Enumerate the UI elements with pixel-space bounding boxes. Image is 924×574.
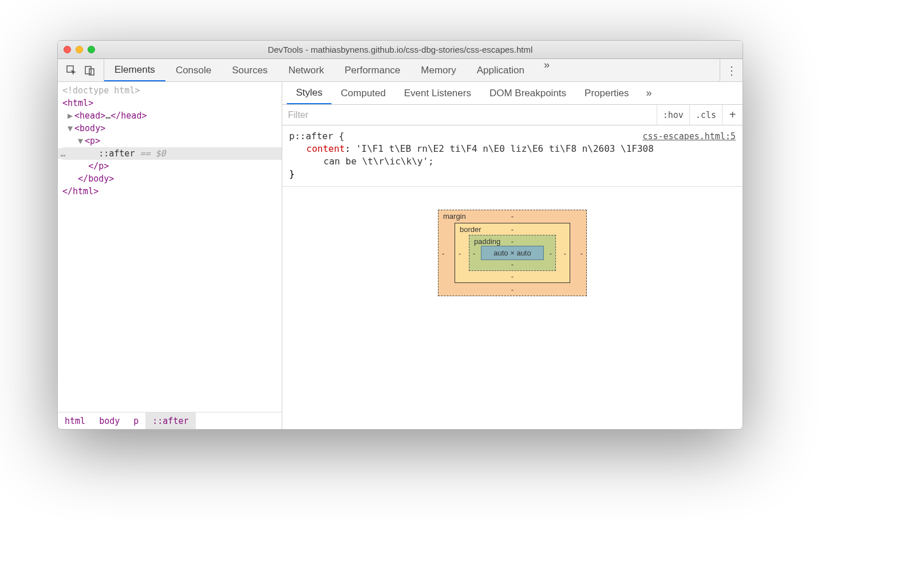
padding-top-value: - <box>511 237 514 246</box>
styles-sub-tabs: Styles Computed Event Listeners DOM Brea… <box>282 82 743 105</box>
minimize-window-button[interactable] <box>76 46 83 53</box>
close-window-button[interactable] <box>64 46 71 53</box>
inspect-element-icon[interactable] <box>66 65 77 76</box>
crumb-html[interactable]: html <box>58 412 92 429</box>
crumb-after[interactable]: ::after <box>145 412 195 429</box>
cls-toggle[interactable]: .cls <box>689 105 722 125</box>
dom-tree[interactable]: <!doctype html> <html> ▶<head>…</head> ▼… <box>58 82 282 412</box>
padding-right-value: - <box>550 249 552 257</box>
plus-icon: + <box>729 108 736 121</box>
rule-close-brace: } <box>289 168 295 179</box>
margin-bottom-value: - <box>511 285 514 294</box>
dom-p-close[interactable]: </p> <box>62 160 282 172</box>
stab-event-listeners[interactable]: Event Listeners <box>395 82 480 104</box>
zoom-window-button[interactable] <box>88 46 95 53</box>
css-rule[interactable]: css-escapes.html:5 p::after { content: '… <box>282 125 743 187</box>
dom-after-selected[interactable]: ::after == $0 <box>62 147 282 160</box>
crumb-p[interactable]: p <box>127 412 145 429</box>
padding-label: padding <box>474 237 500 246</box>
stab-dom-breakpoints[interactable]: DOM Breakpoints <box>480 82 575 104</box>
main-tab-strip: Elements Console Sources Network Perform… <box>58 59 743 82</box>
dom-html-close[interactable]: </html> <box>62 185 282 198</box>
styles-pane: Styles Computed Event Listeners DOM Brea… <box>282 82 743 429</box>
styles-filter-input[interactable] <box>282 105 657 125</box>
tab-sources[interactable]: Sources <box>222 59 278 81</box>
tabs-overflow-icon[interactable]: » <box>535 59 559 81</box>
tab-application[interactable]: Application <box>467 59 535 81</box>
tab-elements[interactable]: Elements <box>104 59 165 81</box>
dom-p-open[interactable]: ▼<p> <box>62 135 282 147</box>
window-title: DevTools - mathiasbynens.github.io/css-d… <box>58 45 743 54</box>
prop-value-line1[interactable]: 'I\F1 t\EB rn\E2 ti\F4 n\E0 liz\E6 ti\F8… <box>356 143 654 154</box>
stab-styles[interactable]: Styles <box>287 82 331 104</box>
box-model-border[interactable]: border - - - - padding - - - - auto × au… <box>455 223 570 283</box>
tab-performance[interactable]: Performance <box>334 59 410 81</box>
padding-bottom-value: - <box>511 260 514 269</box>
svg-rect-1 <box>85 66 91 74</box>
border-bottom-value: - <box>511 272 514 281</box>
new-style-rule-button[interactable]: + <box>722 105 743 125</box>
hov-toggle[interactable]: :hov <box>657 105 689 125</box>
filter-row: :hov .cls + <box>282 105 743 125</box>
tab-memory[interactable]: Memory <box>410 59 466 81</box>
rule-source-link[interactable]: css-escapes.html:5 <box>642 130 736 143</box>
dom-doctype[interactable]: <!doctype html> <box>62 84 282 97</box>
gutter-ellipsis-icon[interactable]: … <box>58 148 68 159</box>
content-area: <!doctype html> <html> ▶<head>…</head> ▼… <box>58 82 743 429</box>
border-right-value: - <box>564 249 566 257</box>
box-model-content[interactable]: auto × auto <box>481 246 544 260</box>
rule-selector: p::after { <box>289 131 344 141</box>
box-model: margin - - - - border - - - - padding - <box>282 187 743 429</box>
inspect-tools <box>58 59 104 81</box>
elements-pane: <!doctype html> <html> ▶<head>…</head> ▼… <box>58 82 282 429</box>
stabs-overflow-icon[interactable]: » <box>638 87 660 99</box>
border-top-value: - <box>511 225 514 234</box>
tab-console[interactable]: Console <box>165 59 222 81</box>
margin-label: margin <box>443 212 466 221</box>
margin-left-value: - <box>442 249 444 257</box>
stab-properties[interactable]: Properties <box>575 82 638 104</box>
border-label: border <box>460 225 481 234</box>
tab-network[interactable]: Network <box>278 59 334 81</box>
padding-left-value: - <box>473 249 475 257</box>
margin-top-value: - <box>511 212 514 221</box>
titlebar: DevTools - mathiasbynens.github.io/css-d… <box>58 41 743 59</box>
breadcrumb: html body p ::after <box>58 412 282 429</box>
dom-head[interactable]: ▶<head>…</head> <box>62 109 282 122</box>
dom-body-open[interactable]: ▼<body> <box>62 122 282 135</box>
prop-value-line2[interactable]: can be \t\r\ic\k\y'; <box>289 155 736 168</box>
margin-right-value: - <box>581 249 583 257</box>
box-model-margin[interactable]: margin - - - - border - - - - padding - <box>438 210 587 296</box>
traffic-lights <box>64 46 95 53</box>
stab-computed[interactable]: Computed <box>331 82 394 104</box>
kebab-menu-icon[interactable]: ⋮ <box>720 59 743 81</box>
dom-html-open[interactable]: <html> <box>62 97 282 109</box>
box-model-padding[interactable]: padding - - - - auto × auto <box>469 235 556 271</box>
device-toolbar-icon[interactable] <box>84 65 96 76</box>
devtools-window: DevTools - mathiasbynens.github.io/css-d… <box>57 40 743 430</box>
dom-body-close[interactable]: </body> <box>62 172 282 185</box>
border-left-value: - <box>459 249 461 257</box>
crumb-body[interactable]: body <box>92 412 127 429</box>
prop-name-content[interactable]: content <box>306 143 345 154</box>
